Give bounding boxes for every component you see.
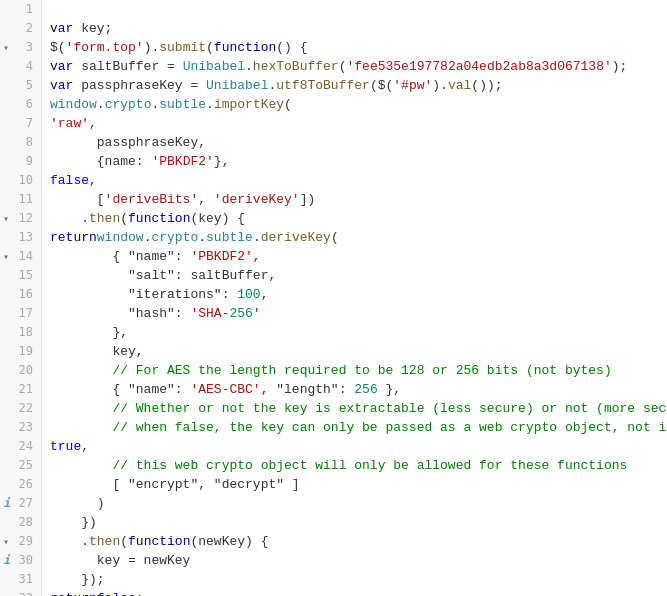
line-number: 31 xyxy=(0,570,42,589)
line-row: 17 "hash": 'SHA-256' xyxy=(0,304,667,323)
line-row: ▾3$('form.top').submit(function() { xyxy=(0,38,667,57)
fold-arrow-icon[interactable]: ▾ xyxy=(3,247,9,266)
line-row: 24 true, xyxy=(0,437,667,456)
code-line: var saltBuffer = Unibabel.hexToBuffer('f… xyxy=(42,57,667,76)
line-number: ▾29 xyxy=(0,532,42,551)
line-row: 9 {name: 'PBKDF2'}, xyxy=(0,152,667,171)
line-number: 1 xyxy=(0,0,42,19)
code-line: .then(function(key) { xyxy=(42,209,667,228)
line-number: ▾3 xyxy=(0,38,42,57)
code-line: }) xyxy=(42,513,667,532)
code-editor: 12var key;▾3$('form.top').submit(functio… xyxy=(0,0,667,596)
code-line: "salt": saltBuffer, xyxy=(42,266,667,285)
line-number: 22 xyxy=(0,399,42,418)
line-number: 17 xyxy=(0,304,42,323)
line-number: ▾12 xyxy=(0,209,42,228)
line-row: 19 key, xyxy=(0,342,667,361)
line-number: ▾14 xyxy=(0,247,42,266)
code-line: // Whether or not the key is extractable… xyxy=(42,399,667,418)
line-number: 28 xyxy=(0,513,42,532)
code-line: passphraseKey, xyxy=(42,133,667,152)
line-row: ▾12 .then(function(key) { xyxy=(0,209,667,228)
line-number: 16 xyxy=(0,285,42,304)
line-number: 5 xyxy=(0,76,42,95)
line-row: 6 window.crypto.subtle.importKey( xyxy=(0,95,667,114)
line-number: 15 xyxy=(0,266,42,285)
line-row: 23 // when false, the key can only be pa… xyxy=(0,418,667,437)
code-line: // this web crypto object will only be a… xyxy=(42,456,667,475)
line-row: 28 }) xyxy=(0,513,667,532)
line-row: 31 }); xyxy=(0,570,667,589)
line-row: 13 return window.crypto.subtle.deriveKey… xyxy=(0,228,667,247)
line-number: 10 xyxy=(0,171,42,190)
code-line: var key; xyxy=(42,19,667,38)
line-number: 23 xyxy=(0,418,42,437)
line-number: 7 xyxy=(0,114,42,133)
code-line: }, xyxy=(42,323,667,342)
line-row: 20 // For AES the length required to be … xyxy=(0,361,667,380)
line-number: 2 xyxy=(0,19,42,38)
fold-arrow-icon[interactable]: ▾ xyxy=(3,532,9,551)
info-icon: i xyxy=(3,551,10,570)
code-line: window.crypto.subtle.importKey( xyxy=(42,95,667,114)
line-row: 5 var passphraseKey = Unibabel.utf8ToBuf… xyxy=(0,76,667,95)
line-row: 32 return false; xyxy=(0,589,667,596)
code-line: false, xyxy=(42,171,667,190)
code-line: var passphraseKey = Unibabel.utf8ToBuffe… xyxy=(42,76,667,95)
line-number: 32 xyxy=(0,589,42,596)
line-row: 7 'raw', xyxy=(0,114,667,133)
code-line: key, xyxy=(42,342,667,361)
code-line: "iterations": 100, xyxy=(42,285,667,304)
code-line: 'raw', xyxy=(42,114,667,133)
code-line: return window.crypto.subtle.deriveKey( xyxy=(42,228,667,247)
line-number: 24 xyxy=(0,437,42,456)
line-row: ▾14 { "name": 'PBKDF2', xyxy=(0,247,667,266)
line-number: 25 xyxy=(0,456,42,475)
code-line: key = newKey xyxy=(42,551,667,570)
line-number: 13 xyxy=(0,228,42,247)
line-row: ▾29 .then(function(newKey) { xyxy=(0,532,667,551)
line-row: 15 "salt": saltBuffer, xyxy=(0,266,667,285)
line-row: 16 "iterations": 100, xyxy=(0,285,667,304)
code-line: true, xyxy=(42,437,667,456)
line-number: 21 xyxy=(0,380,42,399)
line-number: i30 xyxy=(0,551,42,570)
line-row: 22 // Whether or not the key is extracta… xyxy=(0,399,667,418)
line-row: 8 passphraseKey, xyxy=(0,133,667,152)
fold-arrow-icon[interactable]: ▾ xyxy=(3,38,9,57)
code-line: }); xyxy=(42,570,667,589)
code-line: [ "encrypt", "decrypt" ] xyxy=(42,475,667,494)
line-row: 21 { "name": 'AES-CBC', "length": 256 }, xyxy=(0,380,667,399)
info-icon: i xyxy=(3,494,10,513)
line-number: 9 xyxy=(0,152,42,171)
fold-arrow-icon[interactable]: ▾ xyxy=(3,209,9,228)
code-line: // when false, the key can only be passe… xyxy=(42,418,667,437)
line-row: 1 xyxy=(0,0,667,19)
code-line: return false; xyxy=(42,589,667,596)
line-row: 26 [ "encrypt", "decrypt" ] xyxy=(0,475,667,494)
code-area: 12var key;▾3$('form.top').submit(functio… xyxy=(0,0,667,596)
line-row: 11 ['deriveBits', 'deriveKey']) xyxy=(0,190,667,209)
code-line: $('form.top').submit(function() { xyxy=(42,38,667,57)
code-line: "hash": 'SHA-256' xyxy=(42,304,667,323)
line-row: 10 false, xyxy=(0,171,667,190)
code-line: { "name": 'PBKDF2', xyxy=(42,247,667,266)
code-line: {name: 'PBKDF2'}, xyxy=(42,152,667,171)
code-line xyxy=(42,0,667,19)
line-number: 8 xyxy=(0,133,42,152)
code-line: { "name": 'AES-CBC', "length": 256 }, xyxy=(42,380,667,399)
line-number: 20 xyxy=(0,361,42,380)
line-number: 26 xyxy=(0,475,42,494)
line-number: 6 xyxy=(0,95,42,114)
line-row: 2var key; xyxy=(0,19,667,38)
line-row: 18 }, xyxy=(0,323,667,342)
code-line: // For AES the length required to be 128… xyxy=(42,361,667,380)
code-line: ) xyxy=(42,494,667,513)
line-number: 18 xyxy=(0,323,42,342)
line-row: i27 ) xyxy=(0,494,667,513)
code-line: .then(function(newKey) { xyxy=(42,532,667,551)
line-number: 11 xyxy=(0,190,42,209)
line-number: i27 xyxy=(0,494,42,513)
code-line: ['deriveBits', 'deriveKey']) xyxy=(42,190,667,209)
line-number: 19 xyxy=(0,342,42,361)
